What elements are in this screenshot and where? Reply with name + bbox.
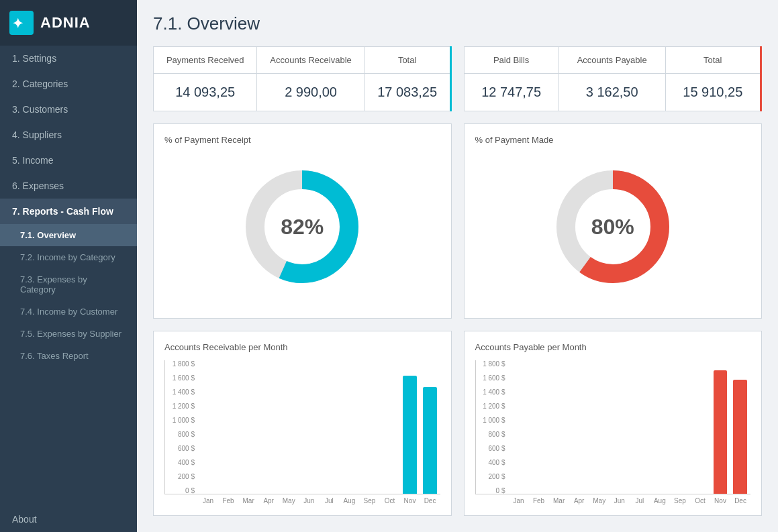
x-label: Sep	[359, 497, 379, 504]
sidebar-logo: ✦ ADNIA	[0, 0, 137, 46]
y-label: 1 800 $	[476, 360, 508, 368]
bar-right-y: 0 $200 $400 $600 $800 $1 000 $1 200 $1 4…	[476, 360, 508, 494]
bar-left-y: 0 $200 $400 $600 $800 $1 000 $1 200 $1 4…	[165, 360, 197, 494]
y-label: 400 $	[476, 459, 508, 466]
right-val3: 15 910,25	[665, 74, 761, 111]
donut-charts-row: % of Payment Receipt 82% % of Payment Ma…	[153, 123, 762, 319]
bar-right-title: Accounts Payable per Month	[475, 342, 751, 352]
sidebar-sub-exp-sup[interactable]: 7.5. Expenses by Supplier	[0, 323, 137, 345]
svg-text:✦: ✦	[12, 16, 23, 31]
summary-row: Payments Received Accounts Receivable To…	[153, 46, 762, 111]
bar-right-area: 0 $200 $400 $600 $800 $1 000 $1 200 $1 4…	[475, 360, 751, 494]
y-label: 600 $	[165, 445, 197, 452]
page-title: 7.1. Overview	[153, 13, 762, 34]
x-label: Nov	[710, 497, 730, 504]
donut-left-wrapper: 82%	[235, 160, 369, 294]
bar-col	[730, 380, 750, 494]
x-label: May	[279, 497, 299, 504]
main-content: 7.1. Overview Payments Received Accounts…	[137, 0, 778, 532]
x-label: Jun	[299, 497, 319, 504]
sidebar-item-categories[interactable]: 2. Categories	[0, 71, 137, 97]
bar-left-chart: 0 $200 $400 $600 $800 $1 000 $1 200 $1 4…	[164, 358, 440, 504]
right-val2: 3 162,50	[558, 74, 665, 111]
logo-text: ADNIA	[40, 14, 91, 32]
y-label: 200 $	[476, 473, 508, 480]
x-label: Aug	[339, 497, 359, 504]
y-label: 600 $	[476, 445, 508, 452]
bar	[733, 380, 747, 494]
donut-right-wrapper: 80%	[546, 160, 680, 294]
donut-right-title: % of Payment Made	[475, 135, 751, 145]
sidebar-sub-income-cust[interactable]: 7.4. Income by Customer	[0, 301, 137, 323]
y-label: 200 $	[165, 473, 197, 480]
y-label: 1 200 $	[165, 403, 197, 410]
x-label: Feb	[218, 497, 238, 504]
x-label: Dec	[420, 497, 440, 504]
left-val3: 17 083,25	[364, 74, 450, 111]
donut-right-label: 80%	[591, 215, 634, 240]
y-label: 0 $	[476, 487, 508, 494]
sidebar-item-expenses[interactable]: 6. Expenses	[0, 173, 137, 199]
donut-right-box: % of Payment Made 80%	[464, 123, 763, 319]
y-label: 1 400 $	[165, 388, 197, 396]
bar-left-x: JanFebMarAprMayJunJulAugSepOctNovDec	[164, 497, 440, 504]
x-label: Oct	[379, 497, 399, 504]
x-label: Feb	[529, 497, 549, 504]
sidebar: ✦ ADNIA 1. Settings 2. Categories 3. Cus…	[0, 0, 137, 532]
right-col2-header: Accounts Payable	[558, 47, 665, 74]
donut-left-title: % of Payment Receipt	[164, 135, 440, 145]
y-label: 1 800 $	[165, 360, 197, 368]
x-label: Apr	[258, 497, 279, 504]
y-label: 800 $	[165, 431, 197, 438]
x-label: May	[589, 497, 610, 504]
x-label: Jul	[319, 497, 339, 504]
bar-col	[420, 387, 440, 494]
bar-left-title: Accounts Receivable per Month	[164, 342, 440, 352]
left-col2-header: Accounts Receivable	[257, 47, 364, 74]
x-label: Jan	[198, 497, 218, 504]
sidebar-item-about[interactable]: About	[0, 507, 137, 532]
sidebar-sub-taxes[interactable]: 7.6. Taxes Report	[0, 345, 137, 367]
bar-left-area: 0 $200 $400 $600 $800 $1 000 $1 200 $1 4…	[164, 360, 440, 494]
sidebar-item-income[interactable]: 5. Income	[0, 148, 137, 173]
sidebar-sub-exp-cat[interactable]: 7.3. Expenses by Category	[0, 268, 137, 301]
bar	[714, 370, 728, 494]
bar-col	[710, 370, 730, 494]
bar-right-x: JanFebMarAprMayJunJulAugSepOctNovDec	[475, 497, 751, 504]
x-label: Nov	[399, 497, 420, 504]
right-summary-table: Paid Bills Accounts Payable Total 12 747…	[464, 46, 763, 111]
left-val1: 14 093,25	[154, 74, 257, 111]
right-col1-header: Paid Bills	[464, 47, 558, 74]
y-label: 1 600 $	[476, 374, 508, 382]
bar-charts-row: Accounts Receivable per Month 0 $200 $40…	[153, 331, 762, 516]
x-label: Jul	[630, 497, 650, 504]
y-label: 1 200 $	[476, 403, 508, 410]
sidebar-item-customers[interactable]: 3. Customers	[0, 97, 137, 122]
sidebar-sub-income-cat[interactable]: 7.2. Income by Category	[0, 246, 137, 268]
sidebar-item-reports[interactable]: 7. Reports - Cash Flow	[0, 199, 137, 224]
x-label: Mar	[238, 497, 258, 504]
sidebar-item-settings[interactable]: 1. Settings	[0, 46, 137, 71]
bar	[423, 387, 437, 494]
y-label: 1 400 $	[476, 388, 508, 396]
y-label: 1 000 $	[476, 417, 508, 424]
sidebar-sub-overview[interactable]: 7.1. Overview	[0, 224, 137, 246]
right-val1: 12 747,75	[464, 74, 558, 111]
y-label: 1 600 $	[165, 374, 197, 382]
x-label: Oct	[690, 497, 710, 504]
left-col1-header: Payments Received	[154, 47, 257, 74]
donut-right-container: 80%	[475, 153, 751, 307]
donut-left-label: 82%	[281, 215, 324, 240]
sidebar-item-suppliers[interactable]: 4. Suppliers	[0, 122, 137, 148]
left-summary-table: Payments Received Accounts Receivable To…	[153, 46, 452, 111]
x-label: Apr	[569, 497, 589, 504]
bar-col	[400, 376, 420, 494]
x-label: Jan	[509, 497, 529, 504]
bar-left-box: Accounts Receivable per Month 0 $200 $40…	[153, 331, 452, 516]
x-label: Jun	[610, 497, 630, 504]
y-label: 800 $	[476, 431, 508, 438]
donut-left-box: % of Payment Receipt 82%	[153, 123, 452, 319]
x-label: Dec	[730, 497, 750, 504]
x-label: Aug	[650, 497, 670, 504]
donut-left-container: 82%	[164, 153, 440, 307]
